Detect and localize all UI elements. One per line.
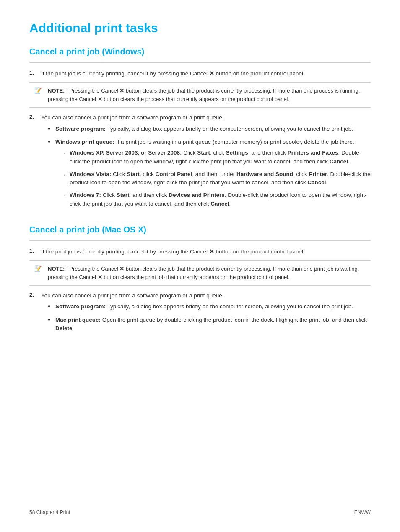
note-label-1: NOTE: — [48, 88, 65, 94]
page-title: Additional print tasks — [29, 21, 371, 35]
mac-software-text: Software program: Typically, a dialog bo… — [55, 302, 353, 311]
mac-bullet-dot-1: • — [48, 302, 55, 312]
mac-step-1-content: If the print job is currently printing, … — [41, 248, 371, 256]
bullet-dot-1: • — [48, 125, 55, 134]
mac-bullet-list: • Software program: Typically, a dialog … — [41, 302, 371, 333]
cancel-x-mac-1: ✕ — [209, 248, 214, 255]
bullet-software-program: • Software program: Typically, a dialog … — [48, 125, 371, 134]
note-icon-mac-1: 📝 — [34, 265, 44, 272]
divider-windows — [29, 62, 371, 63]
mac-step-2-content: You can also cancel a print job from a s… — [41, 292, 371, 337]
cancel-x-note-1: ✕ — [119, 88, 124, 94]
windows-step-1: 1. If the print job is currently printin… — [29, 70, 371, 78]
mac-section: Cancel a print job (Mac OS X) 1. If the … — [29, 225, 371, 337]
mac-step-2: 2. You can also cancel a print job from … — [29, 292, 371, 337]
cancel-x-note-2: ✕ — [98, 96, 102, 102]
note-box-windows-1: 📝 NOTE: Pressing the Cancel ✕ button cle… — [29, 82, 371, 108]
note-box-mac-1: 📝 NOTE: Pressing the Cancel ✕ button cle… — [29, 260, 371, 286]
bullet-dot-2: • — [48, 138, 55, 147]
bullet-windows-queue: • Windows print queue: If a print job is… — [48, 138, 371, 212]
step-number-2: 2. — [29, 114, 41, 120]
footer-right: ENWW — [354, 509, 371, 515]
cancel-x-mac-note-2: ✕ — [98, 274, 102, 280]
mac-step-number-2: 2. — [29, 292, 41, 298]
sub-dot-2: ◦ — [64, 172, 70, 178]
sub-vista-text: Windows Vista: Click Start, click Contro… — [70, 170, 371, 187]
sub-bullet-win7: ◦ Windows 7: Click Start, and then click… — [64, 191, 371, 208]
step-1-content: If the print job is currently printing, … — [41, 70, 371, 78]
windows-section-title: Cancel a print job (Windows) — [29, 47, 371, 57]
mac-bullet-software: • Software program: Typically, a dialog … — [48, 302, 371, 312]
mac-steps: 1. If the print job is currently printin… — [29, 248, 371, 256]
mac-bullet-queue: • Mac print queue: Open the print queue … — [48, 316, 371, 333]
sub-dot-1: ◦ — [64, 150, 70, 157]
windows-step-2: 2. You can also cancel a print job from … — [29, 114, 371, 217]
mac-queue-text: Mac print queue: Open the print queue by… — [55, 316, 371, 333]
note-icon-1: 📝 — [34, 87, 44, 94]
cancel-x-1: ✕ — [209, 70, 214, 77]
step-2-content: You can also cancel a print job from a s… — [41, 114, 371, 217]
sub-bullet-vista: ◦ Windows Vista: Click Start, click Cont… — [64, 170, 371, 187]
divider-mac — [29, 240, 371, 241]
note-text-mac-1: NOTE: Pressing the Cancel ✕ button clear… — [48, 265, 365, 281]
mac-bullet-dot-2: • — [48, 316, 55, 325]
page-footer: 58 Chapter 4 Print ENWW — [29, 509, 371, 515]
step-number-1: 1. — [29, 70, 41, 76]
windows-bullet-list: • Software program: Typically, a dialog … — [41, 125, 371, 212]
sub-dot-3: ◦ — [64, 193, 70, 199]
windows-steps: 1. If the print job is currently printin… — [29, 70, 371, 78]
sub-win7-text: Windows 7: Click Start, and then click D… — [70, 191, 371, 208]
cancel-x-mac-note-1: ✕ — [119, 266, 124, 272]
note-text-windows-1: NOTE: Pressing the Cancel ✕ button clear… — [48, 87, 365, 103]
bullet-software-text: Software program: Typically, a dialog bo… — [55, 125, 353, 133]
mac-section-title: Cancel a print job (Mac OS X) — [29, 225, 371, 235]
note-label-mac-1: NOTE: — [48, 266, 65, 272]
sub-xp-text: Windows XP, Server 2003, or Server 2008:… — [70, 149, 371, 166]
mac-step-number-1: 1. — [29, 248, 41, 254]
mac-step-1: 1. If the print job is currently printin… — [29, 248, 371, 256]
bullet-windows-queue-text: Windows print queue: If a print job is w… — [55, 138, 371, 212]
sub-bullet-list: ◦ Windows XP, Server 2003, or Server 200… — [55, 149, 371, 208]
sub-bullet-xp: ◦ Windows XP, Server 2003, or Server 200… — [64, 149, 371, 166]
footer-left: 58 Chapter 4 Print — [29, 509, 70, 515]
